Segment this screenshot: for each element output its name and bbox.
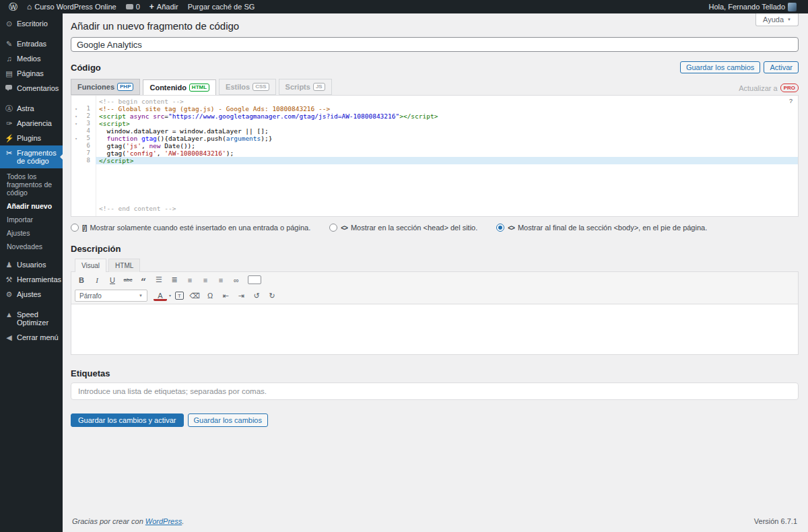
special-character-button[interactable]: Ω [203,290,217,302]
tab-label: Estilos [226,83,250,91]
sidebar-item-comentarios[interactable]: Comentarios [0,81,63,96]
radio-unchecked[interactable] [71,224,79,232]
fold-arrow-icon[interactable]: ▾ [71,112,81,120]
sidebar-item-paginas[interactable]: ▤Páginas [0,66,63,81]
site-name-link[interactable]: ⌂ Curso WordPress Online [22,0,121,13]
sidebar-item-entradas[interactable]: ✎Entradas [0,36,63,51]
toolbar-row2-buttons: A▾T⌫Ω⇤⇥↺↻ [154,290,279,302]
token-hstring: "https://www.googletagmanager.com/gtag/j… [168,112,399,120]
align-center-button[interactable]: ≡ [199,274,212,286]
paragraph-format-select[interactable]: Párrafo ▼ [75,290,147,302]
align-left-button[interactable]: ≡ [183,274,197,286]
tab-contenido[interactable]: ContenidoHTML [143,79,216,96]
wordpress-link[interactable]: WordPress [145,517,182,525]
comments-admin-link[interactable]: 0 [121,0,145,13]
code-text: <script async src="https://www.googletag… [96,112,798,120]
sidebar-item-herramientas[interactable]: ⚒Herramientas [0,272,63,287]
chevron-down-icon[interactable]: ▾ [169,294,171,298]
sidebar-subitem-todos-los-fragmentos[interactable]: Todos los fragmentos de código [0,170,63,199]
sidebar-item-plugins[interactable]: ⚡Plugins [0,131,63,145]
sidebar-subitem-ajustes[interactable]: Ajustes [0,226,63,240]
footer-thanks: Gracias por crear con WordPress. [72,517,184,525]
editor-tab-visual[interactable]: Visual [75,259,106,272]
purge-cache-link[interactable]: Purgar caché de SG [183,0,260,13]
bulleted-list-button[interactable]: ☰ [152,274,166,286]
sidebar-item-label: Comentarios [17,84,59,92]
code-text: window.dataLayer = window.dataLayer || [… [96,127,798,135]
token-keyword: new [149,142,160,149]
outdent-button[interactable]: ⇤ [219,290,232,302]
my-account-link[interactable]: Hola, Fernando Tellado [704,0,801,13]
blockquote-button[interactable]: “ [137,274,150,286]
align-right-button[interactable]: ≡ [214,274,228,286]
sidebar-item-fragmentos-de-codigo[interactable]: ✂Fragmentos de código [0,145,63,168]
sidebar-item-apariencia[interactable]: ✑Apariencia [0,116,63,131]
sidebar-item-label: Medios [17,55,40,63]
toolbar-toggle-button[interactable] [248,275,261,284]
fold-arrow-icon[interactable]: ▾ [71,135,81,142]
bold-button[interactable]: B [75,274,88,286]
fold-arrow-icon[interactable]: ▾ [71,120,81,127]
line-number: 1 [81,105,96,112]
fold-arrow-icon[interactable]: ▾ [71,105,81,112]
italic-button[interactable]: I [90,274,104,286]
save-and-activate-button[interactable]: Guardar los cambios y activar [71,413,184,427]
sidebar-subitem-importar[interactable]: Importar [0,213,63,226]
sidebar-subitem-novedades[interactable]: Novedades [0,240,63,253]
paragraph-format-value: Párrafo [79,292,102,300]
tab-estilos[interactable]: EstilosCSS [219,79,276,95]
avatar [788,3,797,11]
main-content: Ayuda ▼ Añadir un nuevo fragmento de cód… [63,13,808,532]
radio-unchecked[interactable] [329,224,337,232]
link-button[interactable]: ∞ [230,274,243,286]
tab-badge-js: JS [313,83,325,91]
description-heading: Descripción [71,244,799,254]
radio-checked[interactable] [496,224,504,232]
speed-optimizer-icon: ▲ [5,310,13,319]
description-content-area[interactable] [71,304,798,354]
sidebar-item-astra[interactable]: ⒶAstra [0,101,63,116]
sidebar-item-medios[interactable]: ♫Medios [0,51,63,66]
token-plain: window.dataLayer = window.dataLayer || [… [99,127,269,135]
new-content-label: Añadir [157,3,178,11]
code-text: </script> [96,157,798,164]
token-plain [99,135,106,142]
tab-scripts[interactable]: ScriptsJS [279,79,332,95]
code-editor[interactable]: ? <!-- begin content --> ▾1<!-- Global s… [71,95,799,217]
numbered-list-button[interactable]: ≣ [168,274,181,286]
text-color-button[interactable]: A [154,292,167,301]
redo-button[interactable]: ↻ [265,290,279,302]
editor-tab-html[interactable]: HTML [108,259,140,272]
scope-option-3[interactable]: <>Mostrar al final de la sección <body>,… [496,224,707,232]
snippet-title-input[interactable] [71,37,799,52]
shortcode-icon: [/] [82,224,86,232]
sidebar-item-usuarios[interactable]: ♟Usuarios [0,257,63,272]
sidebar-item-ajustes-general[interactable]: ⚙Ajustes [0,287,63,302]
tab-badge-css: CSS [252,83,269,91]
tags-input[interactable] [71,383,799,400]
save-changes-bottom-button[interactable]: Guardar los cambios [188,413,269,427]
sidebar-subitem-anadir-nuevo[interactable]: Añadir nuevo [0,199,63,213]
upgrade-to-pro[interactable]: Actualizar a PRO [739,84,799,95]
strikethrough-button[interactable]: abc [121,274,135,286]
wp-logo-menu[interactable]: Ⓦ [4,0,22,13]
paste-as-text-button[interactable]: T [175,292,184,300]
sidebar-item-escritorio[interactable]: ⊙Escritorio [0,16,63,31]
sidebar-item-cerrar-menu[interactable]: ◀Cerrar menú [0,330,63,345]
sidebar-item-speed-optimizer[interactable]: ▲Speed Optimizer [0,307,63,330]
scope-option-2[interactable]: <>Mostrar en la sección <head> del sitio… [329,224,477,232]
scope-option-1[interactable]: [/]Mostrar solamente cuando esté inserta… [71,224,310,232]
underline-button[interactable]: U [106,274,119,286]
tab-funciones[interactable]: FuncionesPHP [71,79,140,95]
menu-separator [0,31,63,36]
save-changes-top-button[interactable]: Guardar los cambios [680,61,761,73]
activate-button[interactable]: Activar [764,61,799,73]
code-text: gtag('js', new Date()); [96,142,798,149]
clear-formatting-button[interactable]: ⌫ [188,290,201,302]
undo-button[interactable]: ↺ [250,290,263,302]
new-content-link[interactable]: + Añadir [145,0,183,13]
token-string: 'AW-10800843216' [164,149,226,157]
posts-pin-icon: ✎ [5,40,13,48]
help-tab-button[interactable]: Ayuda ▼ [755,13,799,26]
indent-button[interactable]: ⇥ [234,290,248,302]
